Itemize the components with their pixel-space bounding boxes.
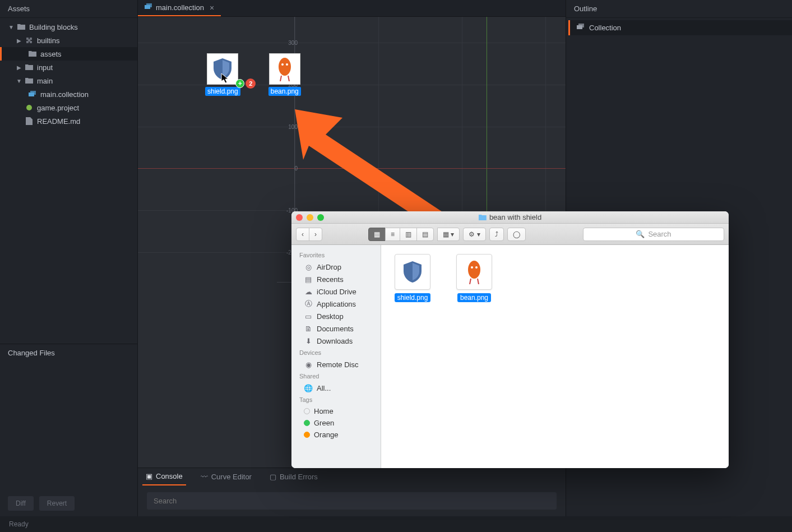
sidebar-item-airdrop[interactable]: ◎AirDrop (291, 261, 381, 273)
sidebar-item-all[interactable]: 🌐All... (291, 382, 381, 394)
finder-content[interactable]: shield.png bean.png (381, 245, 729, 468)
console-search-row (138, 485, 566, 516)
tree-item-game-project[interactable]: game.project (0, 101, 137, 114)
svg-line-7 (288, 76, 289, 81)
folder-icon (28, 49, 37, 58)
disc-icon: ◉ (304, 360, 313, 369)
applications-icon: Ⓐ (304, 299, 313, 308)
svg-point-9 (286, 63, 288, 66)
collection-icon (28, 90, 37, 99)
view-gallery-button[interactable]: ▤ (416, 228, 434, 241)
svg-point-17 (475, 266, 478, 269)
svg-rect-4 (146, 3, 152, 7)
share-button[interactable]: ⤴ (489, 228, 504, 241)
view-list-button[interactable]: ≡ (385, 228, 400, 241)
editor-tabs: main.collection × (138, 0, 566, 17)
action-button[interactable]: ⚙ ▾ (463, 228, 485, 241)
maximize-window-button[interactable] (317, 214, 324, 221)
finder-window[interactable]: bean with shield ‹ › ▦ ≡ ▥ ▤ ▦ ▾ ⚙ ▾ ⤴ ◯… (291, 211, 729, 468)
finder-window-title: bean with shield (479, 213, 541, 221)
assets-panel-title: Assets (0, 0, 137, 18)
arrange-button[interactable]: ▦ ▾ (437, 228, 460, 241)
folder-icon (479, 214, 487, 221)
view-columns-button[interactable]: ▥ (400, 228, 417, 241)
tag-dot-icon (304, 432, 310, 438)
tree-item-main[interactable]: ▼ main (0, 74, 137, 87)
sidebar-tag-green[interactable]: Green (291, 417, 381, 429)
airdrop-icon: ◎ (304, 262, 313, 271)
forward-button[interactable]: › (309, 228, 322, 241)
sidebar-item-desktop[interactable]: ▭Desktop (291, 310, 381, 322)
sidebar-tag-home[interactable]: Home (291, 405, 381, 417)
view-icons-button[interactable]: ▦ (368, 228, 386, 241)
bean-thumbnail (269, 53, 300, 85)
tree-item-main-collection[interactable]: main.collection (0, 87, 137, 101)
svg-line-15 (478, 279, 479, 284)
tab-build-errors[interactable]: ▢ Build Errors (266, 468, 321, 485)
tags-button[interactable]: ◯ (507, 228, 526, 241)
tree-label: main.collection (40, 90, 89, 99)
curve-icon: 〰 (201, 473, 208, 481)
back-button[interactable]: ‹ (296, 228, 309, 241)
tab-curve-editor[interactable]: 〰 Curve Editor (197, 468, 255, 485)
plus-badge-icon: + (235, 79, 244, 88)
sidebar-section-favorites: Favorites (291, 249, 381, 261)
status-text: Ready (9, 520, 29, 528)
ruler-y-label: 100 (281, 124, 298, 130)
downloads-icon: ⬇ (304, 336, 313, 345)
folder-icon (17, 22, 26, 31)
console-search-input[interactable] (147, 492, 557, 510)
sidebar-item-applications[interactable]: ⒶApplications (291, 298, 381, 310)
sidebar-item-documents[interactable]: 🗎Documents (291, 322, 381, 335)
tree-item-builtins[interactable]: ▶ builtins (0, 34, 137, 47)
document-icon (25, 117, 34, 126)
tree-label: game.project (37, 104, 79, 112)
finder-titlebar[interactable]: bean with shield (291, 211, 729, 224)
changed-files-list (0, 362, 137, 491)
ruler-y-label: 300 (281, 40, 298, 46)
finder-search-input[interactable]: 🔍 Search (583, 228, 724, 241)
tag-dot-icon (304, 420, 310, 426)
tree-label: input (37, 63, 53, 72)
close-icon[interactable]: × (210, 3, 214, 12)
sidebar-item-downloads[interactable]: ⬇Downloads (291, 335, 381, 347)
puzzle-icon (25, 36, 34, 45)
folder-icon (25, 63, 34, 72)
network-icon: 🌐 (304, 383, 313, 392)
svg-point-13 (468, 261, 480, 279)
svg-point-16 (471, 266, 473, 269)
sidebar-item-icloud[interactable]: ☁iCloud Drive (291, 285, 381, 298)
drag-label: shield.png (205, 87, 240, 96)
warning-icon: ▢ (270, 473, 276, 481)
tree-label: builtins (37, 36, 59, 45)
status-bar: Ready (0, 516, 792, 532)
minimize-window-button[interactable] (307, 214, 313, 221)
file-label: shield.png (395, 293, 431, 302)
tab-main-collection[interactable]: main.collection × (138, 0, 221, 16)
drag-label: bean.png (268, 87, 301, 96)
tree-item-readme[interactable]: README.md (0, 114, 137, 128)
collection-icon (145, 3, 152, 12)
outline-panel-title: Outline (566, 0, 792, 18)
sidebar-item-recents[interactable]: ▤Recents (291, 273, 381, 285)
chevron-down-icon: ▼ (16, 78, 22, 84)
changed-files-panel: Changed Files Diff Revert (0, 344, 137, 516)
chevron-down-icon: ▼ (8, 24, 15, 30)
diff-button[interactable]: Diff (8, 496, 34, 511)
tree-root-building-blocks[interactable]: ▼ Building blocks (0, 20, 137, 34)
sidebar-tag-orange[interactable]: Orange (291, 429, 381, 441)
revert-button[interactable]: Revert (39, 496, 75, 511)
tab-console[interactable]: ▣ Console (142, 468, 186, 485)
sidebar-item-remote-disc[interactable]: ◉Remote Disc (291, 358, 381, 371)
search-icon: 🔍 (636, 230, 645, 238)
tree-item-input[interactable]: ▶ input (0, 61, 137, 74)
file-item-shield[interactable]: shield.png (390, 254, 435, 302)
outline-item-collection[interactable]: Collection (568, 20, 792, 35)
drag-preview: + 2 shield.png bean.png (205, 53, 301, 96)
file-item-bean[interactable]: bean.png (452, 254, 497, 302)
cloud-icon: ☁ (304, 287, 313, 296)
svg-line-14 (470, 279, 471, 284)
close-window-button[interactable] (296, 214, 303, 221)
drag-item-bean: bean.png (268, 53, 301, 96)
tree-item-assets[interactable]: assets (0, 47, 137, 61)
